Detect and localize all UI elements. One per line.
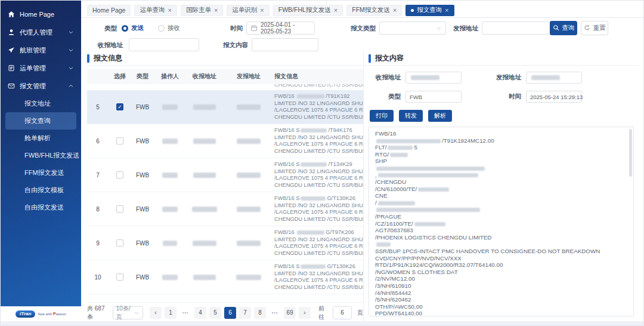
page-button[interactable]: 8 [254, 307, 266, 319]
sidebar-subitem[interactable]: 自由报文发送 [5, 199, 76, 216]
sidebar-subitem[interactable]: 报文查询 [5, 112, 76, 130]
sidebar-item-user[interactable]: 代理人管理 [1, 23, 81, 41]
message-info-cell: FWB/16 SG/T130K26LIMITED /NO 32 LINGANGR… [274, 195, 363, 223]
parse-button[interactable]: 解析 [428, 110, 452, 122]
page-button[interactable]: 7 [239, 307, 251, 319]
redacted-text [388, 146, 413, 150]
sidebar-subitem[interactable]: 报文地址 [5, 95, 76, 112]
row-index: 8 [87, 206, 109, 213]
message-info-cell: FWB/16 SG/T130K26LIMITED /NO 32 LINGANGR… [274, 263, 363, 291]
tab[interactable]: Home Page [87, 5, 131, 16]
chevron-down-icon [436, 25, 442, 31]
redacted-text [162, 207, 178, 212]
close-icon[interactable]: × [214, 7, 218, 14]
close-icon[interactable]: × [445, 7, 448, 14]
page-button[interactable]: 4 [194, 307, 206, 319]
recv-addr-input[interactable] [129, 38, 199, 51]
message-line: /T91K1924MC12.00 [375, 137, 627, 144]
chevron-down-icon [134, 310, 140, 316]
redacted-text [237, 104, 261, 110]
send-addr-input[interactable] [482, 21, 555, 35]
sidebar-subitem[interactable]: FFM报文发送 [5, 164, 76, 182]
search-button[interactable]: 查询 [550, 21, 577, 35]
page-button[interactable]: 5 [209, 307, 221, 319]
date-range-picker[interactable]: 2025-04-01 - 2025-05-23 [246, 21, 315, 35]
field-value[interactable] [526, 72, 582, 84]
field-value[interactable]: FWB [405, 91, 462, 103]
goto-page-input[interactable] [333, 306, 352, 319]
redacted-text [378, 201, 415, 205]
field-value[interactable]: 2025-05-24 15:29:13 [526, 91, 582, 103]
text-segment: /2/NV/MC12.00 [375, 275, 415, 282]
message-info-line: FWB/16 SG/T130K26 [274, 195, 363, 202]
radio-receive[interactable]: 接收 [158, 24, 180, 32]
table-row[interactable]: 7FWBFWB/16 S/T134K29LIMITED /NO 32 LINGA… [87, 158, 363, 192]
field-value[interactable] [405, 72, 462, 84]
table-row[interactable]: 10FWBFWB/16 SG/T130K26LIMITED /NO 32 LIN… [87, 260, 363, 294]
section-title: 报文信息 [94, 53, 122, 63]
message-info-line: FWB/16 /T91K192 [274, 93, 363, 100]
ellipsis-button[interactable]: ••• [269, 307, 281, 319]
table-row[interactable]: 5✓FWBFWB/16 /T91K192LIMITED /NO 32 LINGA… [87, 90, 363, 124]
tab[interactable]: FWB/FHL报文发送× [273, 5, 343, 16]
table-row[interactable]: 6FWBFWB/16 S/T94K176LIMITED /NO 32 LINGA… [87, 124, 363, 158]
type-label: 类型 [88, 21, 117, 35]
table-row[interactable]: 8FWBFWB/16 SG/T130K26LIMITED /NO 32 LING… [87, 192, 363, 226]
radio-dot [158, 25, 165, 32]
row-checkbox[interactable]: ✓ [116, 103, 123, 110]
text-segment: G/T97K206 [326, 229, 354, 235]
row-checkbox[interactable] [116, 273, 123, 281]
row-checkbox[interactable] [116, 171, 123, 179]
sidebar-item-label: 运单管理 [20, 64, 63, 73]
row-checkbox[interactable] [116, 137, 123, 144]
sidebar-item-message[interactable]: 报文管理 [1, 77, 81, 95]
tab[interactable]: 运单识别× [227, 5, 269, 16]
next-page-button[interactable]: › [299, 307, 311, 319]
message-line: CNE [375, 192, 627, 199]
logo-tagline: Now with Passion [38, 312, 66, 316]
user-icon [8, 29, 15, 36]
sidebar-subitem[interactable]: FWB/FHL报文发送 [5, 147, 76, 164]
tab[interactable]: 运单查询× [134, 5, 177, 16]
close-icon[interactable]: × [334, 7, 338, 14]
sidebar-item-home[interactable]: Home Page [1, 5, 81, 23]
goto-label: 前往 [318, 305, 327, 321]
message-line: CVD/CNY/PP/PP/NVD/NCV/XXX [375, 255, 627, 262]
radio-send[interactable]: 发送 [122, 24, 144, 32]
page-button[interactable]: 6 [224, 307, 236, 319]
scrollbar-thumb[interactable] [629, 129, 632, 177]
tab[interactable]: 报文查询× [405, 5, 454, 16]
row-checkbox[interactable] [116, 205, 123, 213]
redacted-cell [223, 173, 274, 178]
prev-page-button[interactable]: ‹ [150, 307, 162, 319]
ellipsis-button[interactable]: ••• [179, 307, 191, 319]
page-button[interactable]: 1 [165, 307, 177, 319]
sidebar-subitem[interactable]: 自由报文模板 [5, 182, 76, 199]
sidebar-item-waybill[interactable]: 运单管理 [1, 59, 81, 77]
sidebar-subitem[interactable]: 舱单解析 [5, 130, 76, 147]
tab[interactable]: 国际主单× [181, 5, 223, 16]
print-button[interactable]: 打印 [370, 110, 394, 122]
clipped-row: CHENGDU LIMITED /CTU SSR/BUP 1PCS [87, 84, 363, 90]
text-segment: LIMITED /NO 32 LINGANGRD SHUANGLIU [274, 202, 363, 208]
text-segment: CHENGDU LIMITED /CTU SSR/BUP 1PCS [274, 250, 363, 256]
content-area: 报文信息 选择类型操作人收报地址发报地址报文信息 CHENGDU LIMITED… [81, 51, 643, 321]
close-icon[interactable]: × [260, 7, 264, 14]
table-row[interactable]: 9FWBFWB/16 G/T97K206LIMITED /NO 32 LINGA… [87, 226, 363, 260]
forward-button[interactable]: 转发 [399, 110, 423, 122]
reset-button[interactable]: 重置 [581, 21, 608, 35]
page-size-select[interactable]: 10条/页 [113, 306, 143, 319]
close-icon[interactable]: × [168, 7, 171, 14]
message-line: /3/NH/610910 [375, 282, 627, 290]
row-checkbox[interactable] [116, 239, 123, 247]
close-icon[interactable]: × [393, 7, 397, 14]
app-logo: iTran [16, 310, 35, 318]
tab[interactable]: FFM报文发送× [346, 5, 402, 16]
text-segment: LIMITED /NO 32 LINGANGRD SHUANGLIU [274, 100, 363, 106]
page-button[interactable]: 69 [284, 307, 296, 319]
msg-type-select[interactable] [379, 21, 446, 35]
sidebar-item-plane[interactable]: 航班管理 [1, 41, 81, 59]
sidebar-item-label: Home Page [20, 11, 74, 18]
content-input[interactable] [252, 38, 318, 51]
message-line: /CN/610000/TE/ [375, 186, 627, 193]
